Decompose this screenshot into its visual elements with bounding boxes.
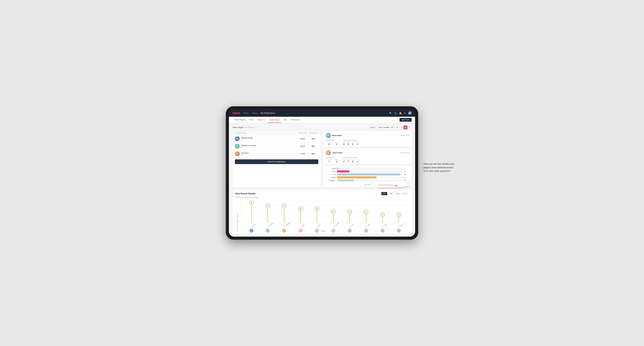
team-title: Team Clippd | 14 Players ✏ [232,126,257,128]
person-icon[interactable]: 👤 [394,112,397,114]
nav-my-performance[interactable]: My Performance [261,112,275,114]
bar-row: Birdies 96 [326,170,409,173]
app-button[interactable]: APP [388,192,394,195]
player-name: Edward Crossman [241,144,256,147]
putt-button[interactable]: PUTT [402,192,408,195]
player-name-label: E. Ebert [252,224,256,227]
table-view-icon[interactable]: ≡ [408,126,412,129]
streak-bubble: 6x [266,204,270,208]
nav-teams[interactable]: Teams [252,112,258,114]
player-avatar-sm: D [282,229,286,233]
nav-home[interactable]: Home [244,112,249,114]
card-avatar: JC [326,150,331,155]
avatar: RB 1 [235,136,240,141]
tab-pgat-players[interactable]: PGAT Players [232,117,248,123]
arg-label: ARG [352,142,354,143]
app-value: 0 [347,143,350,145]
arg-value: 0 [352,143,354,145]
rank-badge: 2 [238,147,240,149]
player-col: 4xB. FordB [342,200,358,223]
bar-bg [337,168,403,170]
bell-icon[interactable]: 🔔 [399,112,402,114]
streaks-panel: Best Round Streaks OTT APP ARG PUTT Off … [232,190,412,234]
add-team-button[interactable]: Add Team [400,118,412,122]
arg-value: 0 [352,161,354,163]
player-avatar-sm: M [364,229,368,233]
chart-with-yticks: 8 6 4 2 0 [238,200,408,223]
tab-all-players[interactable]: All Players [289,117,301,123]
player-col: 6xB. McHergB [260,200,276,223]
ott-button[interactable]: OTT [381,192,387,195]
team-name: Team Clippd [232,126,243,128]
bar-row: Eagles 3 [326,168,409,170]
practice-label: Practice [334,142,339,143]
view-leaderboard-button[interactable]: View Full Leaderboard [235,159,318,164]
practice-activities-group: Total Practice Activities OTT 0 APP [343,140,360,145]
bar-chart-panel: Eagles 3 Birdies 96 Pars 499 Bogeys [323,166,412,187]
period-select[interactable]: Last 3 months [376,126,394,129]
bar-chart-bars: Eagles 3 Birdies 96 Pars 499 Bogeys [326,168,409,181]
streak-bubble: 7x [249,201,254,205]
ott-stat: OTT 0 [343,159,345,163]
tab-hcaps[interactable]: Hcaps 1-5 [256,117,268,123]
x-label: 0 [337,182,338,183]
tab-team-clippd[interactable]: Team Clippd [268,117,282,123]
app-stat: APP 0 [347,142,350,145]
streaks-chart-inner: 8 6 4 2 0 [238,200,408,232]
x-label: 200 [371,182,374,183]
list-view-icon[interactable]: ☰ [399,126,403,129]
streak-bubble: 5x [298,206,303,211]
putt-stat: PUTT 0 [356,142,360,145]
tournament-stat: Tournament 8 [326,142,333,145]
grid-view-icon[interactable]: ⊞ [395,126,399,129]
bar-bg [337,170,403,173]
player-col: 5xJ. ColesJ [292,200,309,223]
bar-value: 3 [404,168,409,169]
right-column: RB Rees Britt 02 Sep 2023 Total Rounds T… [323,131,412,187]
streak-bubble: 5x [315,206,319,211]
settings-icon[interactable]: ⚙ [404,112,406,114]
tab-pga[interactable]: PGA [248,117,255,123]
bar-value: 131 [404,180,409,181]
tournament-value: 7 [326,161,333,163]
streak-bubble: 4x [348,209,352,214]
streaks-plot: 7xE. EbertE6xB. McHergB6xD. BillinghamD5… [242,200,408,223]
main-content: Team Clippd | 14 Players ✏ Show Last 3 m… [229,123,415,237]
player-info: RB 1 Richard Butler ♥ [235,136,297,141]
card-view-icon[interactable]: ▦ [404,126,408,129]
practice-activities-label: Total Practice Activities [343,140,360,141]
ott-label: OTT [343,142,345,143]
search-icon[interactable]: 🔍 [389,112,392,114]
bar-row: D. Bogeys + 131 [326,179,409,181]
streak-line [268,206,268,223]
table-row: CA 3 Cameron... ♥ 17/20 103 [232,150,321,158]
player-score: 19/20 [297,138,308,140]
player-col: 4xM. MillerM [358,200,374,223]
edit-icon[interactable]: ✏ [255,127,257,128]
bar-bg [337,176,403,178]
player-avatar-sm: B [266,229,270,233]
practice-stat: Practice 2 [334,159,339,163]
total-rounds-group: Total Rounds Tournament 8 Practice [326,140,339,145]
bar-fill [337,176,376,178]
bar-bg [337,179,403,181]
streaks-title: Best Round Streaks [236,192,256,195]
tab-tour[interactable]: Tour [282,117,289,123]
bar-row: Bogeys 311 [326,176,409,178]
nav-links: Home Teams My Performance [244,112,275,114]
streaks-subtitle: Off The Tee, Fairway Accuracy [236,196,408,198]
avatar: EC 2 [235,144,240,149]
show-label: Show [370,127,375,128]
ott-value: 0 [343,143,345,145]
player-avatar-sm: E [332,229,335,233]
streak-line [284,206,284,223]
nav-right: 🔍 👤 🔔 ⚙ U [389,111,412,115]
avatar-icon[interactable]: U [408,111,412,115]
bar-value: 96 [404,171,409,172]
streak-bubble: 4x [331,209,336,214]
arg-stat: ARG 0 [352,159,354,163]
player-card-josh: JC Josh Coles 26 Aug 2023 Total Rounds T… [323,148,412,164]
streak-line [251,203,252,223]
arg-button[interactable]: ARG [394,192,401,195]
player-avatar-sm: R [380,229,384,233]
